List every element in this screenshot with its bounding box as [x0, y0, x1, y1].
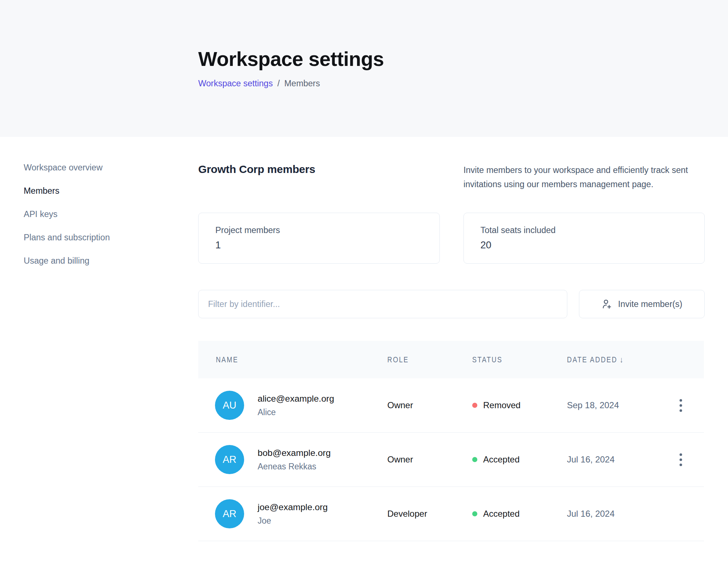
page-title: Workspace settings — [198, 47, 728, 71]
member-status-cell: Accepted — [472, 454, 567, 465]
member-email: bob@example.org — [258, 448, 331, 458]
member-initials: AR — [223, 508, 236, 520]
stat-cards: Project members 1 Total seats included 2… — [198, 213, 705, 264]
table-row: AR bob@example.org Aeneas Rekkas Owner A… — [198, 433, 704, 487]
member-role: Owner — [387, 400, 472, 410]
person-plus-icon — [601, 299, 612, 310]
members-description: Invite members to your workspace and eff… — [463, 163, 705, 192]
table-row: AU alice@example.org Alice Owner Removed… — [198, 378, 704, 433]
breadcrumb-link-workspace-settings[interactable]: Workspace settings — [198, 79, 273, 88]
member-status-cell: Accepted — [472, 509, 567, 519]
stat-card-total-seats: Total seats included 20 — [463, 213, 705, 264]
stat-label: Project members — [215, 225, 423, 235]
member-name-cell: AU alice@example.org Alice — [198, 391, 387, 420]
column-header-status[interactable]: STATUS — [472, 355, 550, 365]
members-intro: Growth Corp members Invite members to yo… — [198, 163, 705, 192]
workspace-settings-page: Workspace settings Workspace settings / … — [0, 0, 728, 541]
members-heading: Growth Corp members — [198, 163, 315, 192]
member-date-added: Jul 16, 2024 — [567, 509, 666, 519]
sidebar-item-workspace-overview[interactable]: Workspace overview — [24, 162, 198, 173]
invite-members-button[interactable]: Invite member(s) — [579, 290, 705, 318]
status-dot — [472, 457, 477, 462]
row-menu-button[interactable] — [677, 450, 685, 469]
invite-button-label: Invite member(s) — [618, 299, 682, 309]
stat-card-project-members: Project members 1 — [198, 213, 440, 264]
member-status-cell: Removed — [472, 400, 567, 410]
member-status: Removed — [483, 400, 521, 410]
member-status: Accepted — [483, 454, 520, 465]
table-row: AR joe@example.org Joe Developer Accepte… — [198, 487, 704, 541]
page-header: Workspace settings Workspace settings / … — [0, 0, 728, 137]
sort-descending-icon: ↓ — [620, 355, 623, 364]
member-email: alice@example.org — [258, 394, 334, 404]
breadcrumb-separator: / — [277, 79, 280, 88]
member-name: Aeneas Rekkas — [258, 462, 331, 472]
status-dot — [472, 511, 477, 516]
member-name-cell: AR joe@example.org Joe — [198, 499, 387, 528]
sidebar-item-usage-and-billing[interactable]: Usage and billing — [24, 256, 198, 266]
column-header-date-added[interactable]: DATE ADDED↓ — [567, 355, 648, 365]
member-name: Joe — [258, 516, 328, 526]
member-initials: AU — [223, 400, 236, 411]
breadcrumb-current: Members — [284, 79, 320, 88]
sidebar-item-api-keys[interactable]: API keys — [24, 209, 198, 219]
stat-value: 1 — [215, 240, 423, 251]
column-header-name[interactable]: NAME — [198, 355, 353, 365]
member-date-added: Sep 18, 2024 — [567, 400, 666, 410]
member-role: Owner — [387, 454, 472, 465]
sidebar-item-plans-and-subscription[interactable]: Plans and subscription — [24, 232, 198, 243]
members-table: NAME ROLE STATUS DATE ADDED↓ AU alice@ex… — [198, 341, 704, 541]
avatar: AR — [215, 499, 244, 528]
settings-sidebar: Workspace overviewMembersAPI keysPlans a… — [0, 137, 198, 541]
table-body: AU alice@example.org Alice Owner Removed… — [198, 378, 704, 541]
breadcrumb: Workspace settings / Members — [198, 79, 728, 88]
member-name: Alice — [258, 407, 334, 417]
filter-input[interactable] — [198, 290, 567, 318]
member-status: Accepted — [483, 509, 520, 519]
avatar: AU — [215, 391, 244, 420]
avatar: AR — [215, 445, 244, 474]
row-menu-button[interactable] — [677, 396, 685, 415]
members-toolbar: Invite member(s) — [198, 290, 705, 318]
member-name-cell: AR bob@example.org Aeneas Rekkas — [198, 445, 387, 474]
column-header-role[interactable]: ROLE — [387, 355, 457, 365]
status-dot — [472, 403, 477, 408]
stat-label: Total seats included — [481, 225, 688, 235]
member-initials: AR — [223, 454, 236, 465]
members-main: Growth Corp members Invite members to yo… — [198, 137, 705, 541]
content-area: Workspace overviewMembersAPI keysPlans a… — [0, 137, 728, 541]
member-role: Developer — [387, 509, 472, 519]
table-header-row: NAME ROLE STATUS DATE ADDED↓ — [198, 341, 704, 378]
sidebar-item-members[interactable]: Members — [24, 186, 198, 196]
stat-value: 20 — [481, 240, 688, 251]
member-date-added: Jul 16, 2024 — [567, 454, 666, 465]
member-email: joe@example.org — [258, 502, 328, 512]
